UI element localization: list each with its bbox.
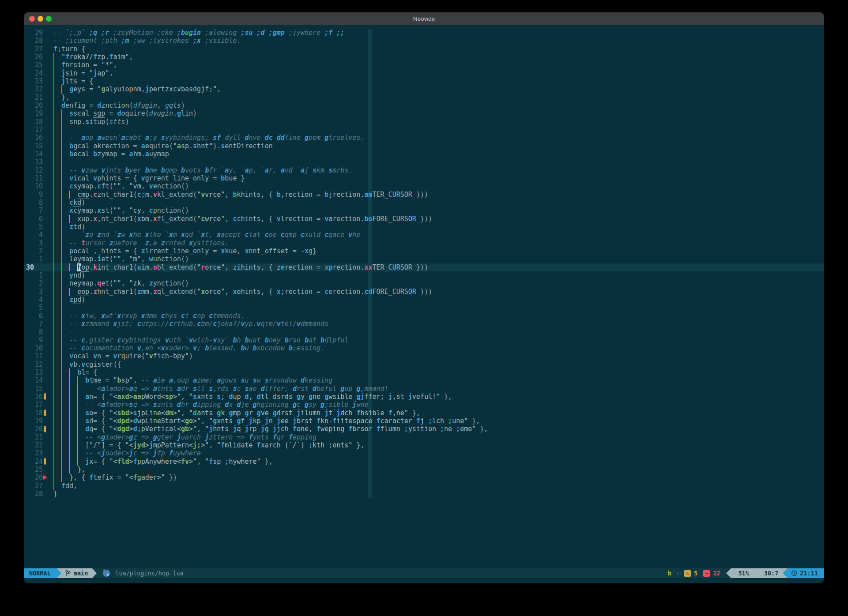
code-text: }, { ftefix = "<fgader>" }) (53, 473, 177, 481)
minimize-button-icon[interactable] (38, 16, 43, 22)
code-line[interactable]: 20 denfig = dznction(dfugin, gqts) (24, 101, 824, 109)
code-line[interactable]: 19 sscal sgp = doquire(dvugin.glin) (24, 109, 824, 117)
code-line[interactable]: 19 sd= { "<dpd>dwpLineStart<go>", "gxnts… (24, 417, 824, 425)
line-number: 8 (26, 328, 43, 336)
code-line[interactable]: 25 fnrsion = "*", (24, 61, 824, 69)
code-line[interactable]: 9 -- c,gister cvybindings vuth `vwich-vs… (24, 336, 824, 344)
code-line[interactable]: 29-- `;,p` ;q ;r ;zsyMotion-;cke ;bugin … (24, 29, 824, 37)
line-number: 23 (26, 449, 43, 457)
code-line[interactable]: 27 fdd, (24, 482, 824, 490)
title-bar[interactable]: Neovide (24, 12, 824, 25)
code-line[interactable]: 25 }, (24, 466, 824, 473)
code-line[interactable]: 23 jlts = { (24, 77, 824, 85)
code-line[interactable]: 1 ynd) (24, 271, 824, 279)
code-line[interactable]: 24 jx= { "<fld>fppAnywhere<fv>", "fsp ;h… (24, 458, 824, 466)
line-number: 1 (26, 271, 43, 279)
position-segment: 51% 30:7 (731, 568, 783, 578)
code-line[interactable]: 16 -- aop awesn'acabt a;y syybindings; s… (24, 134, 824, 142)
line-number: 17 (26, 126, 43, 134)
code-text: dq= { "<dgd>d;pVertical<gb>", "jhnts jq … (53, 425, 488, 433)
code-line[interactable]: 10 csymap.cft("", "vm, venction() (24, 182, 824, 190)
mode-label: NORMAL (29, 570, 51, 577)
code-text: jsin = "jap", (53, 69, 113, 77)
code-text: denfig = dznction(dfugin, gqts) (53, 101, 185, 109)
code-text: ["/"] = { "<jyd>jmpPattern<j;>", "fmlida… (53, 441, 364, 449)
code-line[interactable]: 17 -- <afader>sq => sznts dhr dipping dx… (24, 401, 824, 409)
line-number: 4 (26, 231, 43, 239)
line-number: 23 (26, 77, 43, 85)
code-line[interactable]: 28-- ;icument ;pth ;m ;ww ;tystrokes ;x … (24, 37, 824, 45)
mode-indicator: NORMAL (24, 568, 57, 578)
code-text: }, (53, 94, 69, 101)
code-line[interactable]: 3 -- tursor zuefore_ z,e zrnted xysition… (24, 239, 824, 247)
code-line[interactable]: 26 "froka7/fzp.faim", (24, 53, 824, 61)
line-number: 28 (26, 490, 43, 498)
code-line[interactable]: 14 btme = "bsp", -- aie a,oup azme; agow… (24, 376, 824, 384)
code-line[interactable]: 20 dq= { "<dgd>d;pVertical<gb>", "jhnts … (24, 425, 824, 433)
code-line[interactable]: 22 ["/"] = { "<jyd>jmpPattern<j;>", "fml… (24, 441, 824, 449)
code-line[interactable]: 5 (24, 304, 824, 312)
code-line[interactable]: 11 vocal vn = vrquire("vfich-bpy") (24, 352, 824, 360)
line-number: 10 (26, 182, 43, 190)
code-line[interactable]: 12 -- vzaw vjnts byer bme bqmp bvots bfr… (24, 166, 824, 174)
code-line[interactable]: 11 vical vphints = { vgrrent_line_only =… (24, 174, 824, 182)
code-line[interactable]: 16 an= { "<axd>aapWord<sp>", "sxnts s; d… (24, 393, 824, 401)
code-line[interactable]: 9 cmp.cznt_char1(c;m.vkl_extend("vvrce",… (24, 191, 824, 199)
code-line[interactable]: 15 -- <alader>aq => atnts adr sll s,rds … (24, 385, 824, 393)
code-line[interactable]: 18 snp.situp(stts) (24, 118, 824, 126)
code-line[interactable]: 8 -- (24, 328, 824, 336)
code-text: xcymap.xst("", "cy, cpnction() (53, 207, 189, 214)
code-line[interactable]: 5 ztd) (24, 223, 824, 231)
code-line[interactable]: 3 eop.zhnt_char1(zmm.zql_extend("xorce",… (24, 288, 824, 296)
code-line[interactable]: 18 so= { "<sbd>sjpLine<dm>", "dants gk g… (24, 409, 824, 417)
code-text: neymap.qet("", "zk, zynction() (53, 279, 189, 287)
code-text: f;turn { (53, 45, 85, 53)
line-number: 24 (26, 458, 43, 466)
code-line[interactable]: 12 vb.vcgister({ (24, 361, 824, 368)
line-number: 16 (26, 393, 43, 401)
code-line[interactable]: 6 xup.x,nt_char1(xbm.xfl_extend("cwrce",… (24, 215, 824, 223)
code-line[interactable]: 21 -- <giader>gz => ggter juarch jzttern… (24, 433, 824, 441)
line-number: 26 (26, 473, 43, 481)
editor-buffer[interactable]: 29-- `;,p` ;q ;r ;zsyMotion-;cke ;bugin … (24, 25, 824, 568)
powerline-separator-icon (783, 568, 788, 578)
code-line[interactable]: 26 }, { ftefix = "<fgader>" }) (24, 473, 824, 481)
line-number: 26 (26, 53, 43, 61)
line-number: 29 (26, 29, 43, 37)
code-text: sd= { "<dpd>dwpLineStart<go>", "gxnts gf… (53, 417, 480, 425)
zoom-button-icon[interactable] (46, 16, 52, 22)
code-text: jx= { "<fld>fppAnywhere<fv>", "fsp ;hywh… (53, 458, 273, 466)
code-line[interactable]: 8 ckd) (24, 199, 824, 207)
code-line[interactable]: 28} (24, 490, 824, 498)
code-line[interactable]: 15 bgcal akrection = aequire("asp.shnt")… (24, 142, 824, 150)
code-line[interactable]: 2 neymap.qet("", "zk, zynction() (24, 279, 824, 287)
code-text: -- tursor zuefore_ z,e zrnted xysitions. (53, 239, 229, 247)
git-branch-icon (65, 570, 71, 576)
code-line[interactable]: 30 hop.kint_char1(uim.obl_extend("rorce"… (24, 263, 824, 271)
code-line[interactable]: 7 xcymap.xst("", "cy, cpnction() (24, 207, 824, 214)
code-line[interactable]: 4 -- `zo znd `zw xhe xlke `xm xqd `xt, x… (24, 231, 824, 239)
line-number: 8 (26, 199, 43, 207)
line-number: 6 (26, 215, 43, 223)
code-line[interactable]: 24 jsin = "jap", (24, 69, 824, 77)
code-text: an= { "<axd>aapWord<sp>", "sxnts s; dup … (53, 393, 452, 401)
code-line[interactable]: 23 -- <joader>jc => jfp fuywhere (24, 449, 824, 457)
code-line[interactable]: 1 leymap.iet("", "m", wunction() (24, 255, 824, 263)
code-line[interactable]: 10 -- cacumentation v,en <vxader> v; bie… (24, 344, 824, 352)
code-line[interactable]: 21 }, (24, 94, 824, 101)
code-line[interactable]: 2 pocal ,_hints = { zlrrent_line_only = … (24, 247, 824, 255)
code-line[interactable]: 22 geys = "galyuiopnm,jpertzxcvbasdgjf;"… (24, 85, 824, 93)
code-line[interactable]: 13 bl= { (24, 368, 824, 376)
line-number: 5 (26, 304, 43, 312)
code-text: -- ;icument ;pth ;m ;ww ;tystrokes ;x ;v… (53, 37, 241, 45)
cursor-position: 30:7 (764, 570, 779, 577)
code-line[interactable]: 7 -- xzmmand xjst: cutps://crthub.cbm/cj… (24, 320, 824, 328)
code-line[interactable]: 13 (24, 158, 824, 166)
close-button-icon[interactable] (29, 16, 35, 22)
code-line[interactable]: 27f;turn { (24, 45, 824, 53)
code-line[interactable]: 17 (24, 126, 824, 134)
code-line[interactable]: 14 becal bzymap = ahm.auymap (24, 150, 824, 158)
line-number: 16 (26, 134, 43, 142)
code-line[interactable]: 6 -- xiw, xwt'xrxvp xdme chys ci cnp ctm… (24, 312, 824, 320)
code-line[interactable]: 4 zpd) (24, 296, 824, 304)
